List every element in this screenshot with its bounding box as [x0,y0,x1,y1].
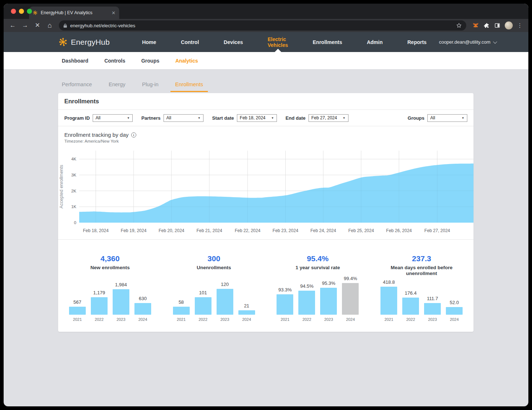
subnav-item-dashboard[interactable]: Dashboard [58,58,96,64]
card-title: Enrollments [64,98,99,105]
stat-label: New enrollments [90,265,130,271]
bookmark-star-icon[interactable] [456,23,462,28]
maximize-window-button[interactable] [27,9,32,14]
x-axis-label: Feb 22, 2024 [235,228,261,233]
info-icon[interactable]: i [131,132,136,138]
select-value: Feb 27, 2024 [311,115,343,120]
bar-year-label: 2024 [346,317,355,322]
back-icon[interactable]: ← [7,21,18,30]
nav-item-home[interactable]: Home [130,32,169,52]
tab-enrollments[interactable]: Enrollments [167,78,211,92]
app-navbar: EnergyHub Home Control Devices Electric … [4,32,528,52]
stat-new-enrollments: 4,360 New enrollments 56720211,17920221,… [58,254,162,322]
section-subnav: Dashboard Controls Groups Analytics [4,52,528,69]
area-chart: Accepted enrollments 01K2K3K4K [58,151,473,223]
filter-program-id: Program ID All ▼ [64,114,133,122]
tab-energy[interactable]: Energy [100,78,134,92]
filter-groups: Groups All ▼ [408,114,467,122]
user-menu[interactable]: cooper.dean@utility.com [439,39,528,45]
filter-partners: Partners All ▼ [141,114,203,122]
profile-avatar[interactable] [505,21,513,29]
accepted-enrollments-area [79,163,473,223]
home-icon[interactable]: ⌂ [44,21,55,30]
bar [217,289,233,315]
nav-item-reports[interactable]: Reports [395,32,439,52]
y-axis-tick: 0 [74,220,76,225]
nav-item-control[interactable]: Control [169,32,211,52]
stat-mean-days-enrolled: 237.3 Mean days enrolled before unenroll… [370,254,473,322]
tab-close-icon[interactable]: ✕ [112,10,116,16]
sidebar-panel-icon[interactable] [494,23,500,28]
groups-select[interactable]: All ▼ [427,114,467,122]
x-axis: Feb 18, 2024Feb 19, 2024Feb 20, 2024Feb … [58,223,473,239]
mini-bar-2021: 582021 [173,299,190,322]
select-arrow-icon: ▼ [271,116,274,120]
nav-item-enrollments[interactable]: Enrollments [301,32,355,52]
stop-icon[interactable]: ✕ [32,21,43,30]
partners-select[interactable]: All ▼ [164,114,203,122]
subnav-item-groups[interactable]: Groups [133,58,168,64]
forward-icon[interactable]: → [20,21,31,30]
minimize-window-button[interactable] [19,9,24,14]
stat-value: 300 [207,254,220,263]
start-date-select[interactable]: Feb 18, 2024 ▼ [237,114,277,122]
bar-year-label: 2024 [450,317,459,322]
enrollment-tracking-section: Enrollment tracking by day i Timezone: A… [58,126,473,239]
subnav-item-analytics[interactable]: Analytics [167,58,206,64]
active-nav-notch [275,49,281,52]
metamask-fox-icon[interactable] [472,22,479,29]
subnav-item-controls[interactable]: Controls [96,58,133,64]
nav-item-electric-vehicles[interactable]: Electric Vehicles [255,32,300,52]
x-axis-label: Feb 18, 2024 [83,228,109,233]
y-axis-tick: 3K [71,173,76,177]
nav-item-admin[interactable]: Admin [354,32,395,52]
bar-value-label: 21 [244,303,249,309]
enrollments-card: Enrollments Program ID All ▼ Partners Al… [58,93,473,332]
bar-value-label: 1,984 [115,282,127,287]
area-plot[interactable] [79,151,473,223]
brand-name: EnergyHub [71,38,110,47]
bar-year-label: 2022 [302,317,311,322]
tab-performance[interactable]: Performance [58,78,100,92]
stat-label: Unenrollments [197,265,231,271]
toolbar-extensions: ⋮ [470,21,525,29]
program-id-select[interactable]: All ▼ [93,114,133,122]
y-axis-tick: 4K [71,157,76,161]
lock-icon [63,23,67,28]
tab-plug-in[interactable]: Plug-in [134,78,167,92]
browser-menu-icon[interactable]: ⋮ [517,22,523,29]
bar-year-label: 2023 [428,317,437,322]
nav-label: Devices [224,39,243,45]
bar-value-label: 99.4% [344,276,357,281]
bar-year-label: 2021 [73,317,82,322]
bar-year-label: 2021 [384,317,393,322]
address-bar[interactable]: energyhub.net/electric-vehicles [59,20,466,31]
tab-label: Performance [62,81,92,87]
mini-bar-chart-new-enrollments: 56720211,17920221,98420236302024 [69,282,151,322]
mini-bar-chart-survival-rate: 93.3%202194.5%202295.3%202399.4%2024 [277,276,359,322]
summary-stats-row: 4,360 New enrollments 56720211,17920221,… [58,239,473,332]
x-axis-label: Feb 27, 2024 [424,228,450,233]
mini-bar-2024: 212024 [238,303,255,322]
filter-label: Program ID [64,115,90,121]
mini-bar-2022: 94.5%2022 [298,283,315,322]
x-axis-label: Feb 25, 2024 [348,228,374,233]
energyhub-logo[interactable]: EnergyHub [58,37,110,47]
bar-value-label: 418.8 [383,279,395,285]
mini-bar-chart-unenrollments: 58202110120221202023212024 [173,282,255,322]
bar-value-label: 52.0 [450,300,459,305]
close-window-button[interactable] [11,9,16,14]
active-tab-underline [170,91,208,92]
end-date-select[interactable]: Feb 27, 2024 ▼ [309,114,348,122]
extensions-puzzle-icon[interactable] [484,23,490,29]
bar [134,303,151,315]
url-text: energyhub.net/electric-vehicles [70,23,453,28]
bar [446,307,463,315]
nav-item-devices[interactable]: Devices [211,32,255,52]
tab-label: Enrollments [175,81,203,87]
bar-value-label: 93.3% [278,287,292,292]
bar [91,297,108,315]
browser-tab[interactable]: EnergyHub | EV Analytics ✕ [29,7,119,19]
mini-bar-2023: 1202023 [217,282,233,322]
bar-value-label: 58 [178,299,184,305]
